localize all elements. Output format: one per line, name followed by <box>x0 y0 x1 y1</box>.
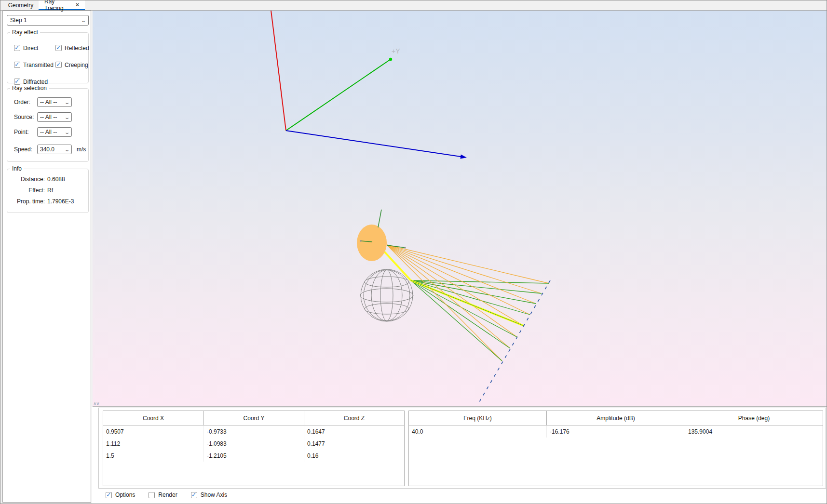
point-marker <box>405 247 406 249</box>
signal-table-header: Freq (KHz)Amplitude (dB)Phase (deg) <box>409 411 823 425</box>
table-cell: 0.9507 <box>103 425 204 438</box>
ray-selection-row-speed: Speed:340.0⌄m/s <box>7 145 88 154</box>
ray-selection-title: Ray selection <box>10 85 49 92</box>
table-cell: -0.9733 <box>204 425 304 438</box>
source-sphere <box>357 225 387 261</box>
column-header[interactable]: Coord X <box>103 411 204 425</box>
splitter-collapse-arrows[interactable]: ∧∨ <box>93 401 99 406</box>
wireframe-latitude <box>365 277 409 287</box>
ray-effect-reflected-checkbox[interactable] <box>55 45 62 51</box>
ray-selection-row-order: Order:-- All --⌄ <box>7 97 88 107</box>
row-label: Source: <box>14 114 34 120</box>
ray-effect-transmitted-label: Transmitted <box>23 62 54 68</box>
axis-x <box>271 11 286 131</box>
info-label: Prop. time: <box>10 198 45 205</box>
step-selector[interactable]: Step 1 ⌄ <box>7 15 89 26</box>
source-dropdown[interactable]: -- All --⌄ <box>37 112 72 122</box>
incident-ray <box>387 245 510 348</box>
info-value: 0.6088 <box>47 176 86 183</box>
info-rows: Distance:0.6088Effect:RfProp. time:1.790… <box>10 176 86 205</box>
axis-z <box>286 131 464 157</box>
chevron-down-icon: ⌄ <box>64 100 70 105</box>
ray-effect-direct-label: Direct <box>23 45 38 52</box>
show-axis-label: Show Axis <box>201 491 227 498</box>
ray-effect-diffracted-checkbox[interactable] <box>14 79 20 85</box>
incident-ray <box>387 245 530 315</box>
info-label: Effect: <box>10 187 45 194</box>
info-group: Info Distance:0.6088Effect:RfProp. time:… <box>7 169 89 213</box>
coordinates-table-body: 0.9507-0.97330.16471.112-1.09830.14771.5… <box>103 425 404 462</box>
tab-ray-tracing[interactable]: Ray Tracing × <box>39 0 85 10</box>
show-axis-row: Show Axis <box>191 491 227 498</box>
reflected-ray <box>411 280 549 283</box>
column-header[interactable]: Coord Y <box>204 411 304 425</box>
order-dropdown[interactable]: -- All --⌄ <box>37 97 72 107</box>
dropdown-value: -- All -- <box>40 114 57 120</box>
wireframe-sphere <box>361 269 413 321</box>
ray-effect-creeping-row: Creeping <box>55 62 89 68</box>
step-selector-value: Step 1 <box>10 17 27 24</box>
signal-table-body: 40.0-16.176135.9004 <box>409 425 823 438</box>
dropdown-value: 340.0 <box>40 146 54 153</box>
incident-ray <box>387 245 542 293</box>
chevron-down-icon: ⌄ <box>81 18 86 23</box>
viewport-options-bar: OptionsRenderShow Axis <box>106 491 227 498</box>
chevron-down-icon: ⌄ <box>64 115 70 120</box>
chevron-down-icon: ⌄ <box>64 147 70 152</box>
3d-viewport[interactable]: +Y <box>93 11 827 406</box>
point-dropdown[interactable]: -- All --⌄ <box>37 127 72 137</box>
column-header[interactable]: Amplitude (dB) <box>547 411 685 425</box>
coordinate-row[interactable]: 1.112-1.09830.1477 <box>103 438 404 450</box>
speed-dropdown[interactable]: 340.0⌄ <box>37 145 72 154</box>
ray-effect-transmitted-row: Transmitted <box>14 62 55 68</box>
ray-effect-direct-checkbox[interactable] <box>14 45 20 51</box>
results-panel: Coord XCoord YCoord Z 0.9507-0.97330.164… <box>98 408 826 489</box>
options-checkbox[interactable] <box>106 492 112 498</box>
wireframe-latitude <box>365 304 409 314</box>
coordinates-table[interactable]: Coord XCoord YCoord Z 0.9507-0.97330.164… <box>103 411 405 486</box>
ray-effect-transmitted-checkbox[interactable] <box>14 62 20 68</box>
ray-effect-diffracted-row: Diffracted <box>14 79 55 85</box>
viewport-splitter[interactable] <box>93 406 827 407</box>
coordinate-row[interactable]: 1.5-1.21050.16 <box>103 450 404 462</box>
reflected-ray <box>411 280 517 337</box>
ray-effect-creeping-checkbox[interactable] <box>55 62 62 68</box>
close-icon[interactable]: × <box>76 2 79 8</box>
axis-y-label: +Y <box>392 47 400 55</box>
render-checkbox[interactable] <box>149 492 155 498</box>
table-cell: 0.1477 <box>304 438 404 450</box>
ray-effect-diffracted-label: Diffracted <box>23 79 48 85</box>
info-label: Distance: <box>10 176 45 183</box>
tab-geometry[interactable]: Geometry <box>3 0 39 10</box>
tab-bar: Geometry Ray Tracing × <box>0 0 827 11</box>
render-label: Render <box>158 491 177 498</box>
coordinates-table-header: Coord XCoord YCoord Z <box>103 411 404 425</box>
column-header[interactable]: Freq (KHz) <box>409 411 547 425</box>
dropdown-value: -- All -- <box>40 129 57 135</box>
ray-selection-row-source: Source:-- All --⌄ <box>7 112 88 122</box>
info-value: 1.7906E-3 <box>47 198 86 205</box>
info-title: Info <box>10 165 24 172</box>
incident-ray <box>387 245 549 283</box>
signal-row[interactable]: 40.0-16.176135.9004 <box>409 425 823 438</box>
options-row: Options <box>106 491 135 498</box>
ray-effect-title: Ray effect <box>10 29 40 36</box>
wireframe-longitude <box>371 270 402 321</box>
column-header[interactable]: Phase (deg) <box>685 411 823 425</box>
ray-selection-group: Ray selection Order:-- All --⌄Source:-- … <box>7 88 89 162</box>
collapse-down-icon[interactable]: ∨ <box>96 401 99 406</box>
table-cell: 0.1647 <box>304 425 404 438</box>
table-cell: -1.0983 <box>204 438 304 450</box>
ray-effect-reflected-label: Reflected <box>65 45 89 52</box>
column-header[interactable]: Coord Z <box>304 411 404 425</box>
show-axis-checkbox[interactable] <box>191 492 197 498</box>
ray-selection-row-point: Point:-- All --⌄ <box>7 127 88 137</box>
coordinate-row[interactable]: 0.9507-0.97330.1647 <box>103 425 404 438</box>
ray-tracing-sidebar: Step 1 ⌄ Ray effect DirectReflectedTrans… <box>2 11 91 503</box>
row-label: Point: <box>14 129 29 135</box>
wireframe-latitude <box>360 289 413 302</box>
table-cell: 1.5 <box>103 450 204 462</box>
axis-z-arrowhead <box>460 155 467 159</box>
signal-table[interactable]: Freq (KHz)Amplitude (dB)Phase (deg) 40.0… <box>408 411 823 486</box>
receiver-line <box>477 280 550 405</box>
